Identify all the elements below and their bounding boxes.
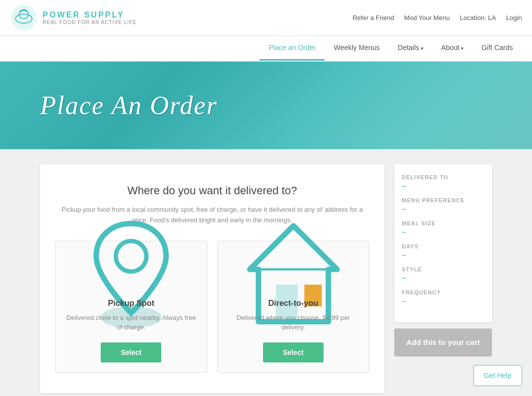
logo: POWER SUPPLY REAL FOOD FOR AN ACTIVE LIF… xyxy=(10,0,137,36)
top-bar: POWER SUPPLY REAL FOOD FOR AN ACTIVE LIF… xyxy=(0,0,532,36)
nav-about[interactable]: About xyxy=(432,36,472,61)
login-link[interactable]: Login xyxy=(506,14,522,22)
summary-meal-size: MEAL SIZE -- xyxy=(402,220,484,236)
order-summary-box: DELIVERED TO -- MENU PREFERENCE -- MEAL … xyxy=(394,164,492,322)
main-nav: Place an Order Weekly Menus Details Abou… xyxy=(0,36,532,62)
direct-select-button[interactable]: Select xyxy=(263,342,324,362)
nav-gift-cards[interactable]: Gift Cards xyxy=(472,36,522,61)
delivered-to-value: -- xyxy=(402,182,484,190)
logo-tagline: REAL FOOD FOR AN ACTIVE LIFE xyxy=(43,20,137,25)
nav-weekly-menus[interactable]: Weekly Menus xyxy=(325,36,389,61)
logo-icon xyxy=(10,4,38,32)
frequency-label: FREQUENCY xyxy=(402,289,484,295)
summary-style: STYLE -- xyxy=(402,266,484,282)
frequency-value: -- xyxy=(402,297,484,305)
summary-frequency: FREQUENCY -- xyxy=(402,289,484,305)
meal-size-label: MEAL SIZE xyxy=(402,220,484,226)
pickup-icon-area xyxy=(66,256,197,291)
content-area: Where do you want it delivered to? Picku… xyxy=(0,149,532,396)
get-help-button[interactable]: Get Help xyxy=(473,365,522,386)
nav-details[interactable]: Details xyxy=(389,36,432,61)
menu-preference-value: -- xyxy=(402,205,484,213)
delivery-options-panel: Where do you want it delivered to? Picku… xyxy=(40,164,384,393)
pickup-spot-card: Pickup Spot Delivered close to a spot ne… xyxy=(55,241,207,373)
delivery-question: Where do you want it delivered to? xyxy=(55,184,369,197)
mod-menu-link[interactable]: Mod Your Menu xyxy=(404,14,450,22)
svg-point-0 xyxy=(11,5,37,31)
delivered-to-label: DELIVERED TO xyxy=(402,174,484,180)
direct-icon-area xyxy=(228,256,359,291)
summary-menu-preference: MENU PREFERENCE -- xyxy=(402,197,484,213)
hero-title: Place an Order xyxy=(40,91,217,120)
summary-days: DAYS -- xyxy=(402,243,484,259)
hero-banner: Place an Order xyxy=(0,62,532,149)
top-bar-links: Refer a Friend Mod Your Menu Location: L… xyxy=(353,9,522,27)
style-value: -- xyxy=(402,274,484,282)
logo-name: POWER SUPPLY xyxy=(43,11,137,20)
refer-friend-link[interactable]: Refer a Friend xyxy=(353,14,394,22)
add-to-cart-button[interactable]: Add this to your cart xyxy=(394,328,492,356)
nav-place-order[interactable]: Place an Order xyxy=(259,36,325,61)
menu-preference-label: MENU PREFERENCE xyxy=(402,197,484,203)
meal-size-value: -- xyxy=(402,228,484,236)
pickup-select-button[interactable]: Select xyxy=(101,342,161,362)
order-summary-panel: DELIVERED TO -- MENU PREFERENCE -- MEAL … xyxy=(394,164,492,393)
options-row: Pickup Spot Delivered close to a spot ne… xyxy=(55,241,369,373)
style-label: STYLE xyxy=(402,266,484,272)
summary-delivered-to: DELIVERED TO -- xyxy=(402,174,484,190)
location-link[interactable]: Location: LA xyxy=(460,14,496,22)
svg-point-4 xyxy=(116,241,146,271)
direct-delivery-card: Direct-to-you Delivered where you choose… xyxy=(217,241,370,373)
days-label: DAYS xyxy=(402,243,484,249)
days-value: -- xyxy=(402,251,484,259)
logo-text: POWER SUPPLY REAL FOOD FOR AN ACTIVE LIF… xyxy=(43,11,137,25)
